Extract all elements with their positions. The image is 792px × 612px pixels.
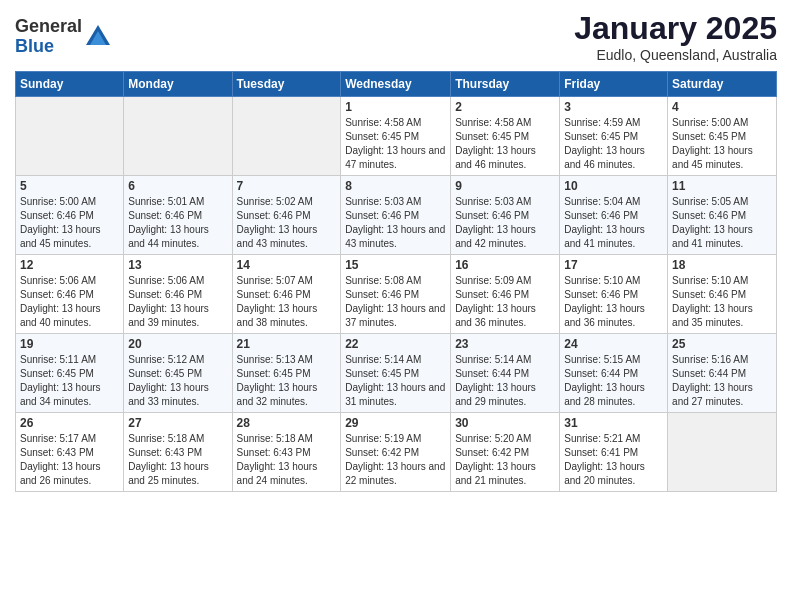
calendar-cell: 13Sunrise: 5:06 AMSunset: 6:46 PMDayligh… [124, 255, 232, 334]
col-header-saturday: Saturday [668, 72, 777, 97]
day-number: 29 [345, 416, 446, 430]
day-info: Sunrise: 5:01 AMSunset: 6:46 PMDaylight:… [128, 195, 227, 251]
day-number: 11 [672, 179, 772, 193]
day-info: Sunrise: 5:18 AMSunset: 6:43 PMDaylight:… [128, 432, 227, 488]
logo-icon [84, 23, 112, 51]
day-number: 3 [564, 100, 663, 114]
col-header-tuesday: Tuesday [232, 72, 341, 97]
day-info: Sunrise: 5:05 AMSunset: 6:46 PMDaylight:… [672, 195, 772, 251]
day-info: Sunrise: 5:16 AMSunset: 6:44 PMDaylight:… [672, 353, 772, 409]
calendar-week-row: 5Sunrise: 5:00 AMSunset: 6:46 PMDaylight… [16, 176, 777, 255]
calendar-cell [668, 413, 777, 492]
day-number: 2 [455, 100, 555, 114]
day-number: 10 [564, 179, 663, 193]
calendar-week-row: 26Sunrise: 5:17 AMSunset: 6:43 PMDayligh… [16, 413, 777, 492]
day-number: 28 [237, 416, 337, 430]
page: General Blue January 2025 Eudlo, Queensl… [0, 0, 792, 507]
day-number: 19 [20, 337, 119, 351]
day-info: Sunrise: 5:17 AMSunset: 6:43 PMDaylight:… [20, 432, 119, 488]
day-info: Sunrise: 5:04 AMSunset: 6:46 PMDaylight:… [564, 195, 663, 251]
col-header-monday: Monday [124, 72, 232, 97]
location: Eudlo, Queensland, Australia [574, 47, 777, 63]
header: General Blue January 2025 Eudlo, Queensl… [15, 10, 777, 63]
day-number: 1 [345, 100, 446, 114]
day-info: Sunrise: 5:21 AMSunset: 6:41 PMDaylight:… [564, 432, 663, 488]
day-info: Sunrise: 4:59 AMSunset: 6:45 PMDaylight:… [564, 116, 663, 172]
day-info: Sunrise: 5:14 AMSunset: 6:44 PMDaylight:… [455, 353, 555, 409]
day-info: Sunrise: 5:14 AMSunset: 6:45 PMDaylight:… [345, 353, 446, 409]
calendar-cell: 28Sunrise: 5:18 AMSunset: 6:43 PMDayligh… [232, 413, 341, 492]
day-number: 5 [20, 179, 119, 193]
day-info: Sunrise: 4:58 AMSunset: 6:45 PMDaylight:… [455, 116, 555, 172]
day-number: 31 [564, 416, 663, 430]
day-number: 14 [237, 258, 337, 272]
calendar-cell: 17Sunrise: 5:10 AMSunset: 6:46 PMDayligh… [560, 255, 668, 334]
calendar-cell: 5Sunrise: 5:00 AMSunset: 6:46 PMDaylight… [16, 176, 124, 255]
calendar-cell: 11Sunrise: 5:05 AMSunset: 6:46 PMDayligh… [668, 176, 777, 255]
calendar-cell: 29Sunrise: 5:19 AMSunset: 6:42 PMDayligh… [341, 413, 451, 492]
calendar-week-row: 1Sunrise: 4:58 AMSunset: 6:45 PMDaylight… [16, 97, 777, 176]
day-info: Sunrise: 5:08 AMSunset: 6:46 PMDaylight:… [345, 274, 446, 330]
day-number: 6 [128, 179, 227, 193]
day-number: 17 [564, 258, 663, 272]
calendar-cell: 15Sunrise: 5:08 AMSunset: 6:46 PMDayligh… [341, 255, 451, 334]
logo-blue: Blue [15, 37, 82, 57]
day-info: Sunrise: 5:20 AMSunset: 6:42 PMDaylight:… [455, 432, 555, 488]
day-info: Sunrise: 5:03 AMSunset: 6:46 PMDaylight:… [345, 195, 446, 251]
day-info: Sunrise: 5:10 AMSunset: 6:46 PMDaylight:… [672, 274, 772, 330]
day-info: Sunrise: 5:12 AMSunset: 6:45 PMDaylight:… [128, 353, 227, 409]
calendar-cell: 6Sunrise: 5:01 AMSunset: 6:46 PMDaylight… [124, 176, 232, 255]
calendar-cell: 12Sunrise: 5:06 AMSunset: 6:46 PMDayligh… [16, 255, 124, 334]
day-info: Sunrise: 5:06 AMSunset: 6:46 PMDaylight:… [20, 274, 119, 330]
day-number: 16 [455, 258, 555, 272]
calendar-cell: 23Sunrise: 5:14 AMSunset: 6:44 PMDayligh… [451, 334, 560, 413]
day-info: Sunrise: 5:00 AMSunset: 6:46 PMDaylight:… [20, 195, 119, 251]
day-info: Sunrise: 4:58 AMSunset: 6:45 PMDaylight:… [345, 116, 446, 172]
calendar-cell [232, 97, 341, 176]
calendar-cell: 25Sunrise: 5:16 AMSunset: 6:44 PMDayligh… [668, 334, 777, 413]
col-header-friday: Friday [560, 72, 668, 97]
day-info: Sunrise: 5:19 AMSunset: 6:42 PMDaylight:… [345, 432, 446, 488]
day-number: 25 [672, 337, 772, 351]
calendar-cell: 24Sunrise: 5:15 AMSunset: 6:44 PMDayligh… [560, 334, 668, 413]
day-info: Sunrise: 5:11 AMSunset: 6:45 PMDaylight:… [20, 353, 119, 409]
calendar-cell: 8Sunrise: 5:03 AMSunset: 6:46 PMDaylight… [341, 176, 451, 255]
day-number: 30 [455, 416, 555, 430]
month-title: January 2025 [574, 10, 777, 47]
calendar-cell [16, 97, 124, 176]
calendar-week-row: 12Sunrise: 5:06 AMSunset: 6:46 PMDayligh… [16, 255, 777, 334]
logo-text: General Blue [15, 17, 82, 57]
day-number: 8 [345, 179, 446, 193]
day-number: 18 [672, 258, 772, 272]
calendar-cell: 20Sunrise: 5:12 AMSunset: 6:45 PMDayligh… [124, 334, 232, 413]
day-number: 23 [455, 337, 555, 351]
day-number: 20 [128, 337, 227, 351]
day-number: 27 [128, 416, 227, 430]
day-info: Sunrise: 5:10 AMSunset: 6:46 PMDaylight:… [564, 274, 663, 330]
calendar-cell: 19Sunrise: 5:11 AMSunset: 6:45 PMDayligh… [16, 334, 124, 413]
day-number: 21 [237, 337, 337, 351]
calendar-cell: 4Sunrise: 5:00 AMSunset: 6:45 PMDaylight… [668, 97, 777, 176]
calendar-cell: 2Sunrise: 4:58 AMSunset: 6:45 PMDaylight… [451, 97, 560, 176]
day-number: 4 [672, 100, 772, 114]
calendar-cell: 14Sunrise: 5:07 AMSunset: 6:46 PMDayligh… [232, 255, 341, 334]
calendar-cell [124, 97, 232, 176]
calendar-cell: 21Sunrise: 5:13 AMSunset: 6:45 PMDayligh… [232, 334, 341, 413]
calendar-cell: 16Sunrise: 5:09 AMSunset: 6:46 PMDayligh… [451, 255, 560, 334]
day-number: 9 [455, 179, 555, 193]
calendar-cell: 9Sunrise: 5:03 AMSunset: 6:46 PMDaylight… [451, 176, 560, 255]
logo-general: General [15, 17, 82, 37]
day-number: 7 [237, 179, 337, 193]
day-info: Sunrise: 5:03 AMSunset: 6:46 PMDaylight:… [455, 195, 555, 251]
day-info: Sunrise: 5:00 AMSunset: 6:45 PMDaylight:… [672, 116, 772, 172]
calendar-cell: 26Sunrise: 5:17 AMSunset: 6:43 PMDayligh… [16, 413, 124, 492]
day-number: 22 [345, 337, 446, 351]
day-number: 12 [20, 258, 119, 272]
day-info: Sunrise: 5:13 AMSunset: 6:45 PMDaylight:… [237, 353, 337, 409]
col-header-wednesday: Wednesday [341, 72, 451, 97]
day-info: Sunrise: 5:07 AMSunset: 6:46 PMDaylight:… [237, 274, 337, 330]
calendar-cell: 7Sunrise: 5:02 AMSunset: 6:46 PMDaylight… [232, 176, 341, 255]
day-info: Sunrise: 5:06 AMSunset: 6:46 PMDaylight:… [128, 274, 227, 330]
calendar-header-row: SundayMondayTuesdayWednesdayThursdayFrid… [16, 72, 777, 97]
day-number: 26 [20, 416, 119, 430]
